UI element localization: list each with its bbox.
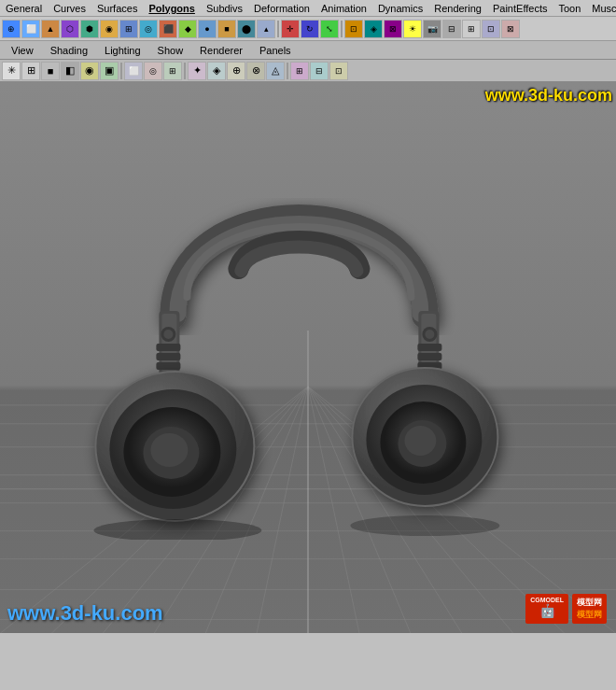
vp-sep-2 [184, 63, 186, 79]
toolbar-icon-9[interactable]: ⬛ [159, 20, 177, 38]
tab-muscle[interactable]: Muscle [586, 2, 616, 15]
svg-point-55 [350, 515, 499, 536]
viewport-toolbar: ✳ ⊞ ■ ◧ ◉ ▣ ⬜ ◎ ⊞ ✦ ◈ ⊕ ⊗ ◬ ⊞ ⊟ ⊡ [0, 60, 616, 82]
toolbar-icon-10[interactable]: ◆ [178, 20, 197, 38]
toolbar-icon-render3[interactable]: ⊠ [384, 20, 402, 38]
cgmodel-logo: CGMODEL [530, 597, 564, 603]
tab-general[interactable]: General [0, 2, 48, 15]
svg-rect-34 [156, 362, 180, 370]
tab-subdivs[interactable]: Subdivs [201, 2, 248, 15]
toolbar-icon-light[interactable]: ☀ [403, 20, 422, 38]
vp-icon-snap3[interactable]: ⊕ [227, 62, 245, 80]
vp-sep-3 [287, 63, 288, 79]
bottom-logos: CGMODEL 🤖 模型网 模型网 [525, 594, 607, 624]
toolbar-icon-box[interactable]: ■ [217, 20, 236, 38]
vp-sep-1 [120, 63, 122, 79]
vp-icon-grid[interactable]: ⊞ [163, 62, 182, 80]
tab-dynamics[interactable]: Dynamics [372, 2, 428, 15]
svg-rect-32 [156, 344, 180, 351]
vp-icon-cam[interactable]: ◎ [144, 62, 162, 80]
vp-icon-layout1[interactable]: ⊞ [290, 62, 309, 80]
viewport-menu-view[interactable]: View [4, 44, 41, 57]
tab-deformation[interactable]: Deformation [248, 2, 315, 15]
toolbar-icon-move[interactable]: ✛ [281, 20, 300, 38]
toolbar-icon-18[interactable]: ⊠ [501, 20, 520, 38]
tab-animation[interactable]: Animation [315, 2, 372, 15]
vp-icon-snap4[interactable]: ⊗ [246, 62, 265, 80]
watermark-top: www.3d-ku.com [485, 86, 612, 106]
toolbar-icon-scale[interactable]: ⤡ [320, 20, 339, 38]
toolbar-icon-3[interactable]: ▲ [41, 20, 60, 38]
toolbar-separator-2 [341, 21, 343, 37]
toolbar-icon-camera[interactable]: 📷 [423, 20, 441, 38]
moxingwang-sub: 模型网 [577, 609, 602, 621]
toolbar-icon-16[interactable]: ⊞ [462, 20, 481, 38]
svg-point-39 [163, 330, 173, 339]
tab-surfaces[interactable]: Surfaces [91, 2, 143, 15]
viewport-menu: View Shading Lighting Show Renderer Pane… [0, 41, 616, 60]
toolbar-icon-rotate[interactable]: ↻ [301, 20, 319, 38]
vp-icon-persp[interactable]: ⬜ [124, 62, 143, 80]
toolbar-icon-4[interactable]: ⬡ [61, 20, 79, 38]
vp-icon-layout3[interactable]: ⊡ [329, 62, 348, 80]
vp-icon-wireframe[interactable]: ⊞ [21, 62, 40, 80]
toolbar-icon-5[interactable]: ⬢ [80, 20, 99, 38]
vp-icon-snap1[interactable]: ✦ [188, 62, 206, 80]
toolbar-icon-17[interactable]: ⊡ [482, 20, 500, 38]
svg-point-47 [150, 433, 188, 467]
vp-icon-snap5[interactable]: ◬ [266, 62, 285, 80]
toolbar-icon-render2[interactable]: ◈ [364, 20, 383, 38]
headphones-model [75, 110, 523, 540]
tab-curves[interactable]: Curves [48, 2, 91, 15]
viewport-menu-shading[interactable]: Shading [43, 44, 95, 57]
vp-icon-snap2[interactable]: ◈ [207, 62, 226, 80]
tab-toon[interactable]: Toon [553, 2, 586, 15]
toolbar-icon-2[interactable]: ⬜ [21, 20, 40, 38]
tab-painteffects[interactable]: PaintEffects [487, 2, 553, 15]
main-icon-toolbar: ⊕ ⬜ ▲ ⬡ ⬢ ◉ ⊞ ◎ ⬛ ◆ ● ■ ⬤ ▴ ✛ ↻ ⤡ ⊡ ◈ ⊠ … [0, 17, 616, 41]
toolbar-icon-1[interactable]: ⊕ [2, 20, 21, 38]
toolbar-separator-1 [277, 21, 279, 37]
tab-polygons[interactable]: Polygons [143, 2, 201, 15]
watermark-bottom: www.3d-ku.com [7, 601, 163, 626]
viewport-menu-show[interactable]: Show [150, 44, 191, 57]
moxingwang-logo: 模型网 [577, 597, 602, 609]
svg-rect-33 [156, 353, 180, 360]
toolbar-icon-render1[interactable]: ⊡ [344, 20, 363, 38]
vp-icon-render[interactable]: ▣ [100, 62, 119, 80]
svg-rect-35 [417, 344, 441, 351]
toolbar-icon-6[interactable]: ◉ [100, 20, 119, 38]
toolbar-icon-15[interactable]: ⊟ [442, 20, 461, 38]
svg-point-53 [404, 426, 436, 456]
toolbar-icon-8[interactable]: ◎ [139, 20, 158, 38]
robot-icon: 🤖 [539, 603, 555, 618]
viewport-menu-panels[interactable]: Panels [252, 44, 299, 57]
vp-icon-texture[interactable]: ◧ [61, 62, 79, 80]
toolbar-icon-7[interactable]: ⊞ [119, 20, 138, 38]
toolbar-icon-cone[interactable]: ▴ [257, 20, 275, 38]
top-menu-tabs: General Curves Surfaces Polygons Subdivs… [0, 0, 616, 17]
vp-icon-light[interactable]: ◉ [80, 62, 99, 80]
viewport-menu-renderer[interactable]: Renderer [192, 44, 250, 57]
vp-icon-layout2[interactable]: ⊟ [310, 62, 329, 80]
viewport-3d[interactable]: www.3d-ku.com www.3d-ku.com CGMODEL 🤖 模型… [0, 82, 616, 633]
vp-icon-select[interactable]: ✳ [2, 62, 21, 80]
svg-rect-36 [417, 353, 441, 360]
vp-icon-solid[interactable]: ■ [41, 62, 60, 80]
toolbar-icon-sphere[interactable]: ● [198, 20, 217, 38]
viewport-menu-lighting[interactable]: Lighting [97, 44, 148, 57]
toolbar-icon-cylinder[interactable]: ⬤ [237, 20, 256, 38]
tab-rendering[interactable]: Rendering [428, 2, 487, 15]
svg-point-54 [93, 519, 261, 540]
svg-point-41 [425, 330, 434, 339]
